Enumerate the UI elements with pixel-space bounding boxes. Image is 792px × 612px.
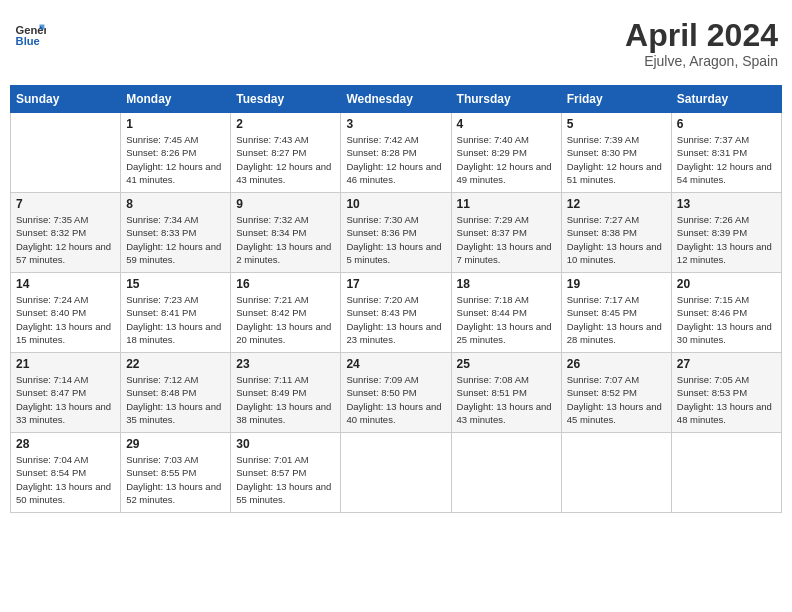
- day-number: 3: [346, 117, 445, 131]
- day-number: 18: [457, 277, 556, 291]
- day-number: 22: [126, 357, 225, 371]
- logo-icon: General Blue: [14, 18, 46, 50]
- day-number: 20: [677, 277, 776, 291]
- calendar-cell: 15Sunrise: 7:23 AMSunset: 8:41 PMDayligh…: [121, 273, 231, 353]
- day-info: Sunrise: 7:27 AMSunset: 8:38 PMDaylight:…: [567, 213, 666, 266]
- day-number: 23: [236, 357, 335, 371]
- day-info: Sunrise: 7:43 AMSunset: 8:27 PMDaylight:…: [236, 133, 335, 186]
- calendar-cell: 27Sunrise: 7:05 AMSunset: 8:53 PMDayligh…: [671, 353, 781, 433]
- calendar-cell: [561, 433, 671, 513]
- day-number: 19: [567, 277, 666, 291]
- day-number: 30: [236, 437, 335, 451]
- day-info: Sunrise: 7:45 AMSunset: 8:26 PMDaylight:…: [126, 133, 225, 186]
- calendar-cell: 29Sunrise: 7:03 AMSunset: 8:55 PMDayligh…: [121, 433, 231, 513]
- day-number: 11: [457, 197, 556, 211]
- day-number: 24: [346, 357, 445, 371]
- day-info: Sunrise: 7:37 AMSunset: 8:31 PMDaylight:…: [677, 133, 776, 186]
- day-number: 10: [346, 197, 445, 211]
- calendar-cell: 16Sunrise: 7:21 AMSunset: 8:42 PMDayligh…: [231, 273, 341, 353]
- calendar-table: SundayMondayTuesdayWednesdayThursdayFrid…: [10, 85, 782, 513]
- calendar-cell: 13Sunrise: 7:26 AMSunset: 8:39 PMDayligh…: [671, 193, 781, 273]
- day-info: Sunrise: 7:05 AMSunset: 8:53 PMDaylight:…: [677, 373, 776, 426]
- calendar-cell: 19Sunrise: 7:17 AMSunset: 8:45 PMDayligh…: [561, 273, 671, 353]
- day-info: Sunrise: 7:30 AMSunset: 8:36 PMDaylight:…: [346, 213, 445, 266]
- day-info: Sunrise: 7:12 AMSunset: 8:48 PMDaylight:…: [126, 373, 225, 426]
- day-info: Sunrise: 7:20 AMSunset: 8:43 PMDaylight:…: [346, 293, 445, 346]
- location-subtitle: Ejulve, Aragon, Spain: [625, 53, 778, 69]
- day-number: 14: [16, 277, 115, 291]
- day-number: 4: [457, 117, 556, 131]
- day-number: 28: [16, 437, 115, 451]
- day-info: Sunrise: 7:03 AMSunset: 8:55 PMDaylight:…: [126, 453, 225, 506]
- calendar-week-3: 14Sunrise: 7:24 AMSunset: 8:40 PMDayligh…: [11, 273, 782, 353]
- calendar-week-5: 28Sunrise: 7:04 AMSunset: 8:54 PMDayligh…: [11, 433, 782, 513]
- calendar-cell: 23Sunrise: 7:11 AMSunset: 8:49 PMDayligh…: [231, 353, 341, 433]
- day-header-wednesday: Wednesday: [341, 86, 451, 113]
- calendar-cell: 14Sunrise: 7:24 AMSunset: 8:40 PMDayligh…: [11, 273, 121, 353]
- day-number: 9: [236, 197, 335, 211]
- calendar-cell: [671, 433, 781, 513]
- day-number: 6: [677, 117, 776, 131]
- day-info: Sunrise: 7:26 AMSunset: 8:39 PMDaylight:…: [677, 213, 776, 266]
- calendar-cell: [11, 113, 121, 193]
- calendar-cell: 22Sunrise: 7:12 AMSunset: 8:48 PMDayligh…: [121, 353, 231, 433]
- day-info: Sunrise: 7:35 AMSunset: 8:32 PMDaylight:…: [16, 213, 115, 266]
- day-info: Sunrise: 7:09 AMSunset: 8:50 PMDaylight:…: [346, 373, 445, 426]
- day-number: 12: [567, 197, 666, 211]
- day-number: 17: [346, 277, 445, 291]
- calendar-week-4: 21Sunrise: 7:14 AMSunset: 8:47 PMDayligh…: [11, 353, 782, 433]
- month-title: April 2024: [625, 18, 778, 53]
- calendar-cell: 9Sunrise: 7:32 AMSunset: 8:34 PMDaylight…: [231, 193, 341, 273]
- calendar-cell: [451, 433, 561, 513]
- calendar-cell: 30Sunrise: 7:01 AMSunset: 8:57 PMDayligh…: [231, 433, 341, 513]
- day-info: Sunrise: 7:40 AMSunset: 8:29 PMDaylight:…: [457, 133, 556, 186]
- day-info: Sunrise: 7:23 AMSunset: 8:41 PMDaylight:…: [126, 293, 225, 346]
- day-number: 29: [126, 437, 225, 451]
- calendar-cell: 10Sunrise: 7:30 AMSunset: 8:36 PMDayligh…: [341, 193, 451, 273]
- calendar-cell: 4Sunrise: 7:40 AMSunset: 8:29 PMDaylight…: [451, 113, 561, 193]
- calendar-cell: 3Sunrise: 7:42 AMSunset: 8:28 PMDaylight…: [341, 113, 451, 193]
- calendar-cell: 28Sunrise: 7:04 AMSunset: 8:54 PMDayligh…: [11, 433, 121, 513]
- day-header-sunday: Sunday: [11, 86, 121, 113]
- day-number: 1: [126, 117, 225, 131]
- day-number: 2: [236, 117, 335, 131]
- day-info: Sunrise: 7:32 AMSunset: 8:34 PMDaylight:…: [236, 213, 335, 266]
- logo: General Blue: [14, 18, 46, 50]
- day-info: Sunrise: 7:07 AMSunset: 8:52 PMDaylight:…: [567, 373, 666, 426]
- day-number: 21: [16, 357, 115, 371]
- day-info: Sunrise: 7:17 AMSunset: 8:45 PMDaylight:…: [567, 293, 666, 346]
- calendar-cell: 7Sunrise: 7:35 AMSunset: 8:32 PMDaylight…: [11, 193, 121, 273]
- calendar-cell: 12Sunrise: 7:27 AMSunset: 8:38 PMDayligh…: [561, 193, 671, 273]
- calendar-cell: [341, 433, 451, 513]
- calendar-cell: 26Sunrise: 7:07 AMSunset: 8:52 PMDayligh…: [561, 353, 671, 433]
- calendar-cell: 18Sunrise: 7:18 AMSunset: 8:44 PMDayligh…: [451, 273, 561, 353]
- svg-text:Blue: Blue: [16, 35, 40, 47]
- day-info: Sunrise: 7:15 AMSunset: 8:46 PMDaylight:…: [677, 293, 776, 346]
- day-header-monday: Monday: [121, 86, 231, 113]
- day-info: Sunrise: 7:29 AMSunset: 8:37 PMDaylight:…: [457, 213, 556, 266]
- day-number: 25: [457, 357, 556, 371]
- calendar-cell: 6Sunrise: 7:37 AMSunset: 8:31 PMDaylight…: [671, 113, 781, 193]
- calendar-cell: 5Sunrise: 7:39 AMSunset: 8:30 PMDaylight…: [561, 113, 671, 193]
- calendar-cell: 17Sunrise: 7:20 AMSunset: 8:43 PMDayligh…: [341, 273, 451, 353]
- day-number: 8: [126, 197, 225, 211]
- calendar-week-1: 1Sunrise: 7:45 AMSunset: 8:26 PMDaylight…: [11, 113, 782, 193]
- day-header-thursday: Thursday: [451, 86, 561, 113]
- day-info: Sunrise: 7:42 AMSunset: 8:28 PMDaylight:…: [346, 133, 445, 186]
- calendar-cell: 1Sunrise: 7:45 AMSunset: 8:26 PMDaylight…: [121, 113, 231, 193]
- day-number: 26: [567, 357, 666, 371]
- day-header-saturday: Saturday: [671, 86, 781, 113]
- day-number: 13: [677, 197, 776, 211]
- day-header-tuesday: Tuesday: [231, 86, 341, 113]
- day-number: 27: [677, 357, 776, 371]
- day-info: Sunrise: 7:39 AMSunset: 8:30 PMDaylight:…: [567, 133, 666, 186]
- day-info: Sunrise: 7:18 AMSunset: 8:44 PMDaylight:…: [457, 293, 556, 346]
- day-number: 5: [567, 117, 666, 131]
- day-info: Sunrise: 7:34 AMSunset: 8:33 PMDaylight:…: [126, 213, 225, 266]
- calendar-cell: 25Sunrise: 7:08 AMSunset: 8:51 PMDayligh…: [451, 353, 561, 433]
- day-number: 16: [236, 277, 335, 291]
- header-row: SundayMondayTuesdayWednesdayThursdayFrid…: [11, 86, 782, 113]
- page-header: General Blue April 2024 Ejulve, Aragon, …: [10, 10, 782, 77]
- day-info: Sunrise: 7:21 AMSunset: 8:42 PMDaylight:…: [236, 293, 335, 346]
- day-info: Sunrise: 7:04 AMSunset: 8:54 PMDaylight:…: [16, 453, 115, 506]
